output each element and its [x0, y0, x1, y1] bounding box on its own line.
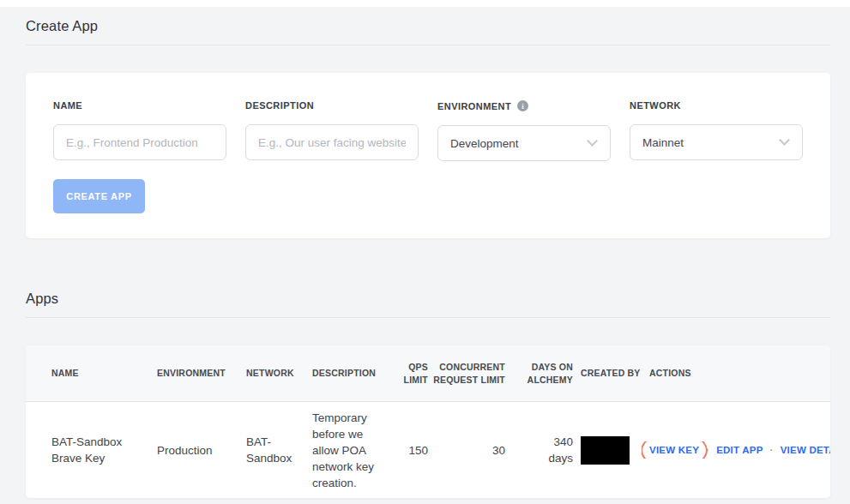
header-created-by: CREATED BY	[573, 367, 642, 380]
cell-network: BAT-Sandbox	[246, 434, 312, 466]
cell-app-name: BAT-Sandbox Brave Key	[26, 434, 157, 466]
network-select[interactable]: Mainnet	[630, 124, 803, 160]
header-description: DESCRIPTION	[312, 367, 392, 380]
environment-select[interactable]: Development	[437, 125, 611, 161]
apps-title: Apps	[26, 291, 830, 307]
cell-concurrent-request-limit: 30	[428, 442, 505, 459]
create-app-divider	[26, 45, 830, 45]
header-qps-limit: QPS LIMIT	[392, 361, 428, 387]
chevron-down-icon	[587, 135, 598, 147]
cell-environment: Production	[157, 442, 246, 459]
action-separator: ·	[706, 442, 709, 459]
description-field-label: DESCRIPTION	[245, 100, 314, 111]
edit-app-link[interactable]: EDIT APP	[716, 442, 763, 459]
apps-divider	[26, 317, 830, 318]
table-row: BAT-Sandbox Brave Key Production BAT-San…	[26, 401, 830, 498]
description-input[interactable]	[245, 124, 419, 160]
header-environment: ENVIRONMENT	[157, 367, 246, 380]
create-app-card: NAME DESCRIPTION ENVIRONMENT i Developme…	[26, 73, 830, 238]
network-select-value: Mainnet	[642, 136, 684, 149]
view-key-link[interactable]: VIEW KEY	[649, 445, 699, 455]
name-field-group: NAME	[53, 100, 226, 161]
header-name: NAME	[26, 367, 157, 380]
header-concurrent-request-limit: CONCURRENT REQUEST LIMIT	[428, 361, 505, 387]
network-field-group: NETWORK Mainnet	[630, 100, 803, 161]
description-field-group: DESCRIPTION	[245, 100, 419, 161]
create-app-button[interactable]: CREATE APP	[53, 179, 145, 213]
cell-days-on-alchemy: 340 days	[505, 434, 573, 466]
apps-table-header-row: NAME ENVIRONMENT NETWORK DESCRIPTION QPS…	[26, 345, 830, 401]
name-field-label: NAME	[53, 100, 82, 111]
top-strip	[0, 0, 850, 7]
environment-select-value: Development	[450, 137, 519, 150]
cell-qps-limit: 150	[392, 442, 428, 459]
name-input[interactable]	[53, 124, 226, 160]
info-icon[interactable]: i	[517, 100, 528, 111]
environment-field-group: ENVIRONMENT i Development	[437, 100, 611, 161]
cell-created-by	[573, 436, 642, 465]
header-days-on-alchemy: DAYS ON ALCHEMY	[505, 361, 573, 387]
view-details-link[interactable]: VIEW DETAILS	[781, 442, 830, 459]
created-by-redaction	[581, 436, 630, 465]
action-separator: ·	[770, 442, 774, 459]
cell-actions: VIEW KEY · EDIT APP · VIEW DETAILS	[642, 441, 830, 459]
apps-table-card: NAME ENVIRONMENT NETWORK DESCRIPTION QPS…	[26, 345, 830, 498]
cell-description: Temporary before we allow POA network ke…	[312, 410, 392, 491]
environment-field-label: ENVIRONMENT	[437, 101, 511, 111]
header-network: NETWORK	[246, 367, 312, 380]
header-actions: ACTIONS	[642, 367, 830, 380]
chevron-down-icon	[779, 135, 790, 146]
network-field-label: NETWORK	[630, 100, 681, 111]
create-app-title: Create App	[26, 18, 830, 34]
